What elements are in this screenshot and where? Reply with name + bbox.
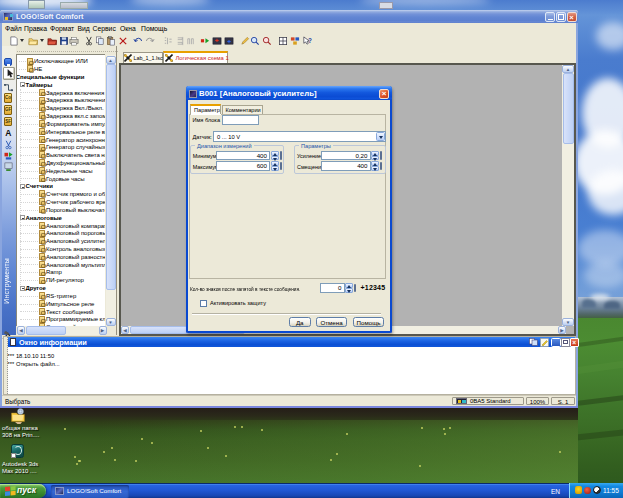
svg-text:?: ?: [308, 36, 312, 43]
